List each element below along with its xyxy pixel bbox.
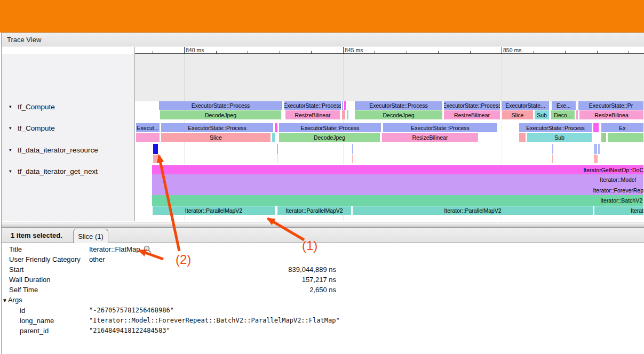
magnifier-icon[interactable] [144, 245, 152, 253]
panel-splitter[interactable] [2, 222, 644, 228]
args-section-header[interactable]: ▼Args [2, 296, 22, 304]
slice-bar[interactable]: ExecutorState::Process [519, 123, 592, 132]
slice-bar[interactable]: DecodeJpeg [355, 110, 443, 119]
collapse-triangle-icon[interactable]: ▾ [9, 125, 15, 131]
slice-bar[interactable]: ExecutorState::Process [284, 101, 341, 110]
arg-row: parent_id"2164849418122484583" [0, 326, 644, 336]
slice-bar[interactable] [598, 144, 600, 154]
slice-bar[interactable]: Deco... [551, 110, 575, 119]
slice-bar[interactable] [277, 144, 279, 154]
slice-bar[interactable]: Slice [502, 110, 534, 119]
minor-tick [597, 51, 598, 54]
minor-tick [216, 51, 217, 54]
collapse-triangle-icon[interactable]: ▾ [9, 147, 15, 152]
detail-label: Start [9, 266, 23, 273]
detail-row: User Friendly Categoryother [0, 254, 644, 264]
slice-bar[interactable]: IteratorGetNextOp::DoC [152, 165, 644, 174]
collapse-triangle-icon[interactable]: ▾ [9, 168, 15, 174]
slice-bar[interactable]: ExecutorState::Process [161, 123, 274, 132]
slice-bar[interactable]: ExecutorState::Process [159, 101, 283, 110]
slice-bar[interactable] [344, 101, 346, 110]
major-tick [343, 47, 344, 54]
slice-bar[interactable] [552, 144, 554, 154]
arg-label: long_name [20, 317, 54, 325]
trace-view-title: Trace View [7, 36, 41, 44]
trace-viewer-screen: Trace View ▾tf_Compute▾tf_Compute▾tf_dat… [0, 0, 644, 354]
detail-label: Self Time [9, 286, 38, 294]
slice-bar[interactable] [277, 155, 278, 163]
slice-bar[interactable] [153, 155, 159, 163]
timeline-canvas[interactable]: 840 ms845 ms850 ms ExecutorState::Proces… [135, 47, 644, 221]
slice-bar[interactable]: DecodeJpeg [160, 110, 282, 119]
slice-bar[interactable]: Iterator::BatchV2 [152, 195, 644, 206]
slice-bar[interactable]: ExecutorState::Pr [578, 101, 644, 110]
slice-bar[interactable]: Slice [161, 133, 271, 142]
track-label: tf_data_iterator_get_next [18, 167, 98, 175]
slice-bar[interactable] [136, 133, 160, 142]
slice-bar[interactable]: Iterator::ParallelMapV2 [153, 206, 275, 215]
sidebar-track-tf_Compute[interactable]: ▾tf_Compute [2, 123, 134, 133]
minor-tick [153, 51, 153, 54]
ruler-label: 845 ms [345, 47, 363, 53]
tab-slice[interactable]: Slice (1) [73, 229, 108, 243]
slice-bar[interactable]: ExecutorState::Process [355, 101, 443, 110]
collapse-triangle-icon[interactable]: ▾ [9, 104, 15, 109]
slice-bar[interactable]: ExecutorState::Process [383, 123, 498, 132]
slice-bar[interactable]: ResizeBilinear [444, 110, 500, 119]
slice-bar[interactable] [594, 155, 598, 163]
sidebar-top-strip [2, 47, 134, 54]
slice-bar[interactable]: Execut... [136, 123, 160, 132]
minor-tick [248, 51, 248, 54]
slice-bar[interactable]: ExecutorState::Process [444, 101, 500, 110]
slice-bar[interactable]: ResizeBilinear [382, 133, 479, 142]
slice-bar[interactable]: Iterator::Model [152, 174, 644, 185]
arg-row: long_name"Iterator::Model::ForeverRepeat… [0, 316, 644, 326]
slice-bar[interactable]: ResizeBilinear [285, 110, 340, 119]
ruler-label: 850 ms [503, 47, 521, 53]
track-label: tf_data_iterator_resource [18, 146, 98, 154]
details-body: TitleIterator::FlatMapUser Friendly Cate… [0, 243, 644, 354]
slice-bar[interactable] [352, 144, 354, 154]
minor-tick [438, 51, 439, 54]
detail-value: 2,650 ns [309, 286, 336, 294]
sidebar-track-tf_data_iterator_resource[interactable]: ▾tf_data_iterator_resource [2, 144, 134, 155]
slice-bar[interactable]: Iterator::ForeverRep [152, 185, 644, 195]
slice-bar[interactable]: Ex [601, 123, 644, 132]
track-label-sidebar: ▾tf_Compute▾tf_Compute▾tf_data_iterator_… [2, 47, 135, 221]
detail-row: Start839,044,889 ns [0, 264, 644, 275]
arg-label: parent_id [20, 327, 49, 335]
detail-value: Iterator::FlatMap [89, 245, 140, 253]
slice-bar[interactable] [576, 110, 578, 119]
slice-bar[interactable] [272, 133, 275, 142]
ruler-label: 840 ms [186, 47, 204, 53]
slice-bar[interactable]: Iterator::ParallelMapV2 [353, 206, 593, 215]
slice-bar[interactable] [608, 133, 644, 142]
slice-bar[interactable] [594, 144, 598, 154]
selected-slice[interactable] [153, 144, 158, 154]
slice-bar[interactable] [519, 133, 526, 142]
slice-bar[interactable] [552, 155, 553, 163]
slice-bar[interactable] [275, 123, 278, 132]
slice-bar[interactable]: DecodeJpeg [279, 133, 380, 142]
details-header: 1 item selected. Slice (1) [2, 228, 644, 243]
slice-bar[interactable]: ExecutorState... [502, 101, 550, 110]
slice-bar[interactable]: Iterat [594, 206, 644, 215]
slice-bar[interactable]: Exe... [552, 101, 576, 110]
slice-bar[interactable]: Sub [527, 133, 592, 142]
slice-bar[interactable] [601, 133, 607, 142]
minor-tick [311, 51, 312, 54]
slice-bar[interactable]: ExecutorState::Process [279, 123, 381, 132]
slice-bar[interactable] [342, 110, 346, 119]
sidebar-track-tf_Compute[interactable]: ▾tf_Compute [2, 101, 134, 112]
slice-bar[interactable] [352, 155, 353, 163]
top-orange-banner [0, 0, 644, 33]
slice-bar[interactable] [342, 101, 344, 110]
slice-bar[interactable]: ResizeBilinea [579, 110, 644, 119]
slice-bar[interactable]: Iterator::ParallelMapV2 [277, 206, 352, 215]
detail-row: TitleIterator::FlatMap [0, 244, 644, 254]
slice-bar[interactable] [347, 110, 349, 119]
slice-bar[interactable]: Sub [535, 110, 550, 119]
args-collapse-icon[interactable]: ▼ [2, 297, 7, 303]
slice-bar[interactable] [593, 123, 599, 132]
sidebar-track-tf_data_iterator_get_next[interactable]: ▾tf_data_iterator_get_next [2, 166, 134, 176]
